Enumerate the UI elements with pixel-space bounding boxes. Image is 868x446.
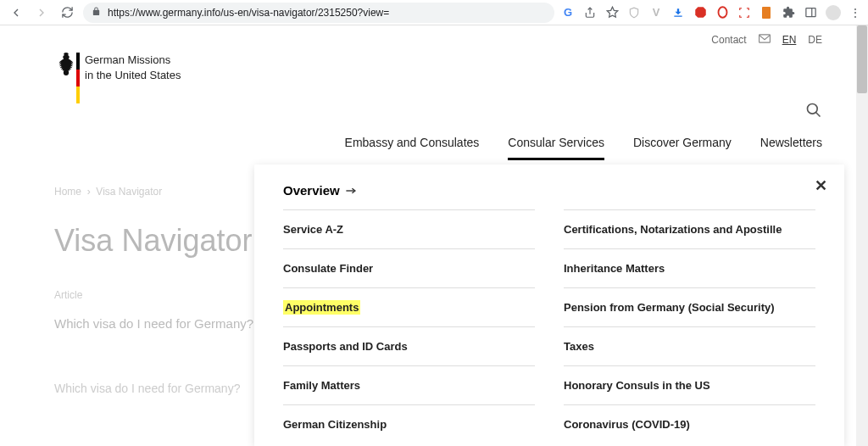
back-button[interactable] [7, 3, 25, 22]
dd-inheritance[interactable]: Inheritance Matters [564, 248, 815, 287]
logo-line1: German Missions [85, 53, 181, 68]
utility-bar: Contact EN DE [0, 25, 856, 46]
shield-icon[interactable] [627, 6, 641, 20]
dd-honorary-consuls[interactable]: Honorary Consuls in the US [564, 365, 815, 404]
reload-button[interactable] [58, 3, 76, 22]
close-icon[interactable]: ✕ [815, 176, 827, 195]
google-icon[interactable]: G [561, 6, 575, 20]
url-text: https://www.germany.info/us-en/visa-navi… [108, 7, 389, 19]
nav-discover-germany[interactable]: Discover Germany [633, 136, 732, 160]
dd-family-matters[interactable]: Family Matters [283, 365, 535, 404]
v-icon[interactable]: V [649, 6, 663, 20]
profile-avatar[interactable] [826, 5, 841, 20]
dropdown-col-right: Certifications, Notarizations and Aposti… [564, 209, 815, 443]
consular-dropdown: ✕ Overview Service A-Z Consulate Finder … [254, 164, 844, 446]
mail-icon[interactable] [759, 34, 771, 46]
ext-icon-orange[interactable] [760, 6, 773, 20]
svg-rect-4 [762, 7, 771, 19]
dd-passports-id[interactable]: Passports and ID Cards [283, 326, 535, 365]
contact-link[interactable]: Contact [711, 34, 746, 46]
extensions-icon[interactable] [782, 6, 795, 20]
svg-marker-1 [607, 7, 618, 17]
overview-link[interactable]: Overview [283, 183, 815, 198]
forward-button[interactable] [32, 3, 51, 22]
dd-service-az[interactable]: Service A-Z [283, 209, 535, 248]
download-icon[interactable] [671, 6, 685, 20]
share-icon[interactable] [583, 6, 597, 20]
dd-coronavirus[interactable]: Coronavirus (COVID-19) [564, 404, 815, 443]
lock-icon [92, 7, 101, 19]
lang-de[interactable]: DE [808, 34, 822, 46]
extension-icons: G V ⋮ [561, 5, 861, 20]
scrollbar[interactable] [856, 25, 868, 446]
dd-german-citizenship[interactable]: German Citizenship [283, 404, 535, 443]
flag-bar [76, 53, 80, 103]
dd-certifications[interactable]: Certifications, Notarizations and Aposti… [564, 209, 815, 248]
adblock-icon[interactable] [693, 6, 707, 20]
svg-marker-2 [695, 7, 706, 18]
svg-point-8 [808, 104, 818, 114]
panel-icon[interactable] [804, 6, 817, 20]
svg-point-3 [718, 7, 726, 18]
search-icon[interactable] [805, 102, 822, 122]
page-content: Contact EN DE German Missions in the Uni… [0, 25, 856, 446]
scrollbar-thumb[interactable] [857, 25, 867, 93]
address-bar[interactable]: https://www.germany.info/us-en/visa-navi… [83, 3, 554, 23]
nav-consular-services[interactable]: Consular Services [508, 136, 604, 160]
eagle-icon [54, 51, 78, 78]
dd-consulate-finder[interactable]: Consulate Finder [283, 248, 535, 287]
dd-taxes[interactable]: Taxes [564, 326, 815, 365]
browser-toolbar: https://www.germany.info/us-en/visa-navi… [0, 0, 868, 25]
site-logo[interactable]: German Missions in the United States [0, 46, 856, 102]
scan-icon[interactable] [737, 6, 751, 20]
dd-appointments[interactable]: Appointments [283, 287, 535, 326]
logo-text: German Missions in the United States [85, 53, 181, 82]
svg-rect-5 [805, 8, 815, 17]
svg-line-9 [816, 113, 821, 117]
dropdown-col-left: Service A-Z Consulate Finder Appointment… [283, 209, 535, 443]
nav-embassy[interactable]: Embassy and Consulates [345, 136, 480, 160]
menu-icon[interactable]: ⋮ [849, 6, 861, 20]
logo-line2: in the United States [85, 68, 181, 83]
lang-en[interactable]: EN [782, 34, 797, 46]
svg-rect-7 [759, 35, 770, 42]
main-nav: Embassy and Consulates Consular Services… [0, 129, 856, 169]
opera-icon[interactable] [715, 6, 729, 20]
star-icon[interactable] [605, 6, 619, 20]
arrow-right-icon [345, 187, 357, 195]
dd-pension[interactable]: Pension from Germany (Social Security) [564, 287, 815, 326]
nav-newsletters[interactable]: Newsletters [760, 136, 822, 160]
